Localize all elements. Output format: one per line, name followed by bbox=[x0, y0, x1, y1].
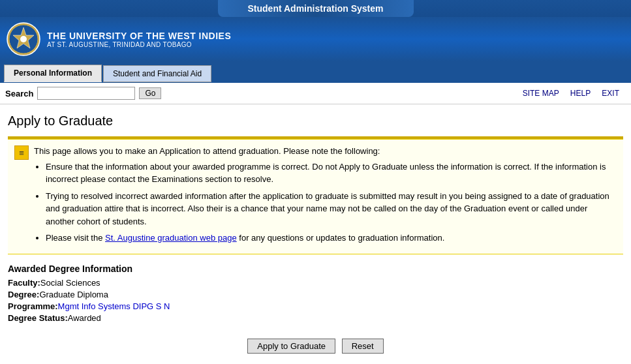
tab-student-financial[interactable]: Student and Financial Aid bbox=[103, 65, 211, 82]
faculty-value: Social Sciences bbox=[40, 278, 100, 288]
degree-status-label: Degree Status: bbox=[8, 313, 68, 323]
svg-point-3 bbox=[20, 36, 27, 42]
button-row: Apply to Graduate Reset bbox=[8, 332, 623, 360]
tab-personal-info[interactable]: Personal Information bbox=[4, 65, 102, 82]
go-button[interactable]: Go bbox=[139, 87, 161, 99]
search-label: Search bbox=[5, 89, 33, 99]
notice-bullet-3: Please visit the St. Augustine graduatio… bbox=[46, 232, 617, 245]
exit-link[interactable]: EXIT bbox=[602, 89, 619, 98]
notice-bullet-1: Ensure that the information about your a… bbox=[46, 160, 617, 186]
notice-icon: ≡ bbox=[14, 145, 29, 160]
nav-tabs-bar: Personal Information Student and Financi… bbox=[0, 61, 631, 83]
faculty-line: Faculty:Social Sciences bbox=[8, 278, 623, 288]
degree-status-line: Degree Status:Awarded bbox=[8, 313, 623, 323]
notice-content: This page allows you to make an Applicat… bbox=[34, 145, 617, 249]
notice-bullet-2: Trying to resolved incorrect awarded inf… bbox=[46, 190, 617, 228]
programme-line: Programme:Mgmt Info Systems DIPG S N bbox=[8, 301, 623, 311]
faculty-label: Faculty: bbox=[8, 278, 40, 288]
notice-box: ≡ This page allows you to make an Applic… bbox=[8, 139, 623, 254]
page-title: Apply to Graduate bbox=[8, 114, 623, 129]
degree-value: Graduate Diploma bbox=[39, 290, 108, 299]
st-augustine-link[interactable]: St. Augustine graduation web page bbox=[105, 233, 237, 243]
reset-button[interactable]: Reset bbox=[342, 339, 384, 354]
degree-status-value: Awarded bbox=[68, 313, 101, 323]
programme-value: Mgmt Info Systems DIPG S N bbox=[58, 301, 170, 311]
university-crest bbox=[7, 22, 40, 56]
system-title-bar: Student Administration System bbox=[218, 0, 414, 17]
help-link[interactable]: HELP bbox=[570, 89, 591, 98]
site-map-link[interactable]: SITE MAP bbox=[523, 89, 559, 98]
degree-section-heading: Awarded Degree Information bbox=[8, 264, 623, 274]
degree-label: Degree: bbox=[8, 290, 39, 299]
university-name: THE UNIVERSITY OF THE WEST INDIES AT ST.… bbox=[47, 31, 231, 48]
programme-label: Programme: bbox=[8, 301, 58, 311]
degree-section: Awarded Degree Information Faculty:Socia… bbox=[8, 264, 623, 323]
degree-line: Degree:Graduate Diploma bbox=[8, 290, 623, 299]
search-input[interactable] bbox=[37, 87, 135, 100]
top-links: SITE MAP HELP EXIT bbox=[507, 86, 626, 100]
apply-to-graduate-button[interactable]: Apply to Graduate bbox=[247, 339, 335, 354]
